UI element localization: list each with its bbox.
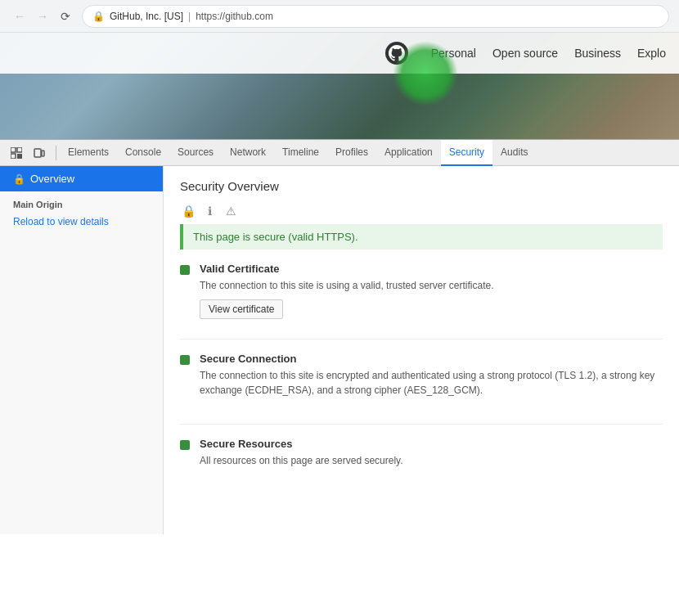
tab-timeline[interactable]: Timeline: [274, 140, 327, 166]
url-separator: |: [188, 11, 191, 22]
entry-dot-certificate: [180, 265, 190, 275]
address-bar[interactable]: 🔒 GitHub, Inc. [US] | https://github.com: [82, 5, 669, 28]
entry-dot-resources: [180, 440, 190, 450]
github-logo: [385, 42, 408, 65]
sidebar-reload-link[interactable]: Reload to view details: [0, 213, 163, 231]
nav-buttons: ← → ⟳: [10, 7, 75, 26]
entry-content-certificate: Valid Certificate The connection to this…: [200, 263, 663, 319]
devtools-sidebar: 🔒 Overview Main Origin Reload to view de…: [0, 166, 164, 534]
svg-rect-5: [42, 151, 44, 156]
secure-banner: This page is secure (valid HTTPS).: [180, 224, 663, 250]
tab-network[interactable]: Network: [222, 140, 274, 166]
entry-desc-connection: The connection to this site is encrypted…: [200, 368, 663, 398]
sidebar-lock-icon: 🔒: [13, 173, 25, 185]
tab-profiles[interactable]: Profiles: [327, 140, 376, 166]
entry-content-connection: Secure Connection The connection to this…: [200, 353, 663, 404]
url-text: https://github.com: [196, 11, 273, 22]
nav-opensource[interactable]: Open source: [492, 47, 558, 60]
view-certificate-button[interactable]: View certificate: [200, 299, 283, 319]
responsive-mode-button[interactable]: [29, 143, 49, 163]
nav-business[interactable]: Business: [574, 47, 621, 60]
github-header: Personal Open source Business Explo: [0, 33, 679, 74]
warn-status-icon[interactable]: ⚠: [223, 203, 239, 219]
forward-button[interactable]: →: [33, 7, 52, 26]
entry-dot-connection: [180, 355, 190, 365]
entry-content-resources: Secure Resources All resources on this p…: [200, 438, 663, 474]
github-nav: Personal Open source Business Explo: [431, 47, 666, 60]
security-entry-certificate: Valid Certificate The connection to this…: [180, 263, 663, 319]
security-entry-resources: Secure Resources All resources on this p…: [180, 438, 663, 474]
secure-status-icon[interactable]: 🔒: [180, 203, 196, 219]
browser-toolbar: ← → ⟳ 🔒 GitHub, Inc. [US] | https://gith…: [0, 0, 679, 33]
svg-rect-1: [17, 147, 22, 152]
tab-application[interactable]: Application: [376, 140, 441, 166]
secure-message: This page is secure (valid HTTPS).: [193, 231, 358, 243]
section-title: Security Overview: [180, 179, 663, 193]
entry-desc-resources: All resources on this page are served se…: [200, 453, 663, 468]
separator-2: [180, 424, 663, 425]
svg-rect-3: [17, 154, 22, 159]
tab-security[interactable]: Security: [441, 140, 492, 166]
sidebar-item-overview[interactable]: 🔒 Overview: [0, 166, 163, 191]
separator-1: [180, 339, 663, 339]
tab-sources[interactable]: Sources: [169, 140, 222, 166]
origin-text: GitHub, Inc. [US]: [110, 11, 183, 22]
devtools-tabs: Elements Console Sources Network Timelin…: [0, 140, 679, 166]
inspect-element-button[interactable]: [7, 143, 26, 163]
back-button[interactable]: ←: [10, 7, 29, 26]
reload-button[interactable]: ⟳: [56, 7, 75, 26]
tab-elements[interactable]: Elements: [60, 140, 117, 166]
lock-icon: 🔒: [92, 11, 105, 22]
nav-personal[interactable]: Personal: [431, 47, 476, 60]
tab-console[interactable]: Console: [117, 140, 169, 166]
tab-divider: [56, 146, 56, 160]
info-status-icon[interactable]: ℹ: [201, 203, 218, 219]
nav-explore[interactable]: Explo: [637, 47, 666, 60]
svg-rect-0: [11, 147, 16, 152]
entry-title-connection: Secure Connection: [200, 353, 663, 365]
devtools-main-content: Security Overview 🔒 ℹ ⚠ This page is sec…: [164, 166, 679, 534]
svg-rect-2: [11, 154, 16, 159]
devtools-body: 🔒 Overview Main Origin Reload to view de…: [0, 166, 679, 534]
sidebar-overview-label: Overview: [30, 173, 74, 185]
devtools-panel: Elements Console Sources Network Timelin…: [0, 139, 679, 534]
sidebar-main-origin: Main Origin: [0, 191, 163, 213]
security-icon-row: 🔒 ℹ ⚠: [180, 203, 663, 219]
security-entry-connection: Secure Connection The connection to this…: [180, 353, 663, 404]
tab-audits[interactable]: Audits: [492, 140, 536, 166]
entry-title-certificate: Valid Certificate: [200, 263, 663, 275]
entry-title-resources: Secure Resources: [200, 438, 663, 450]
svg-rect-4: [34, 149, 41, 157]
entry-desc-certificate: The connection to this site is using a v…: [200, 278, 663, 293]
page-content: Personal Open source Business Explo: [0, 33, 679, 139]
